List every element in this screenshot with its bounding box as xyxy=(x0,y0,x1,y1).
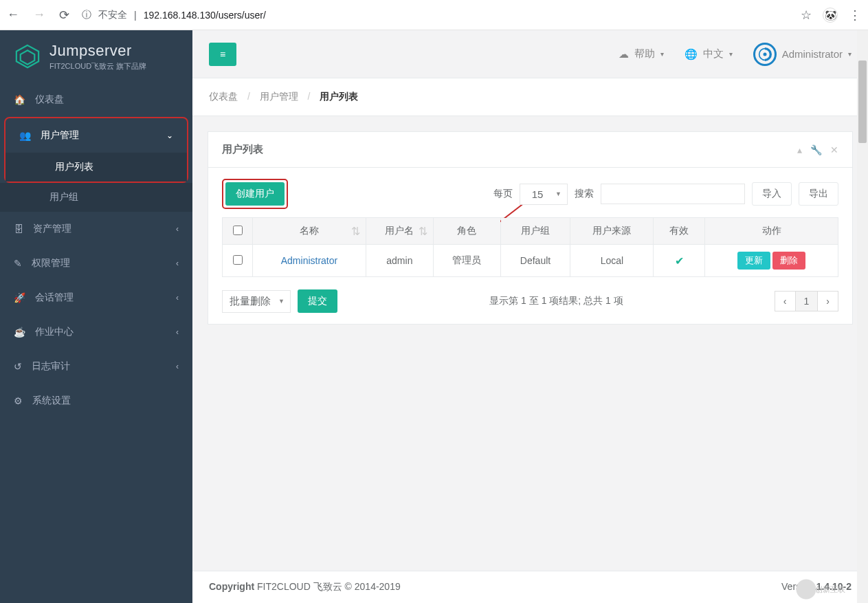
cell-valid: ✔ xyxy=(654,245,705,277)
sidebar-item-label: 权限管理 xyxy=(32,257,70,270)
delete-button[interactable]: 删除 xyxy=(772,252,805,270)
panel-title: 用户列表 xyxy=(222,143,263,156)
copyright-text: FIT2CLOUD 飞致云 © 2014-2019 xyxy=(257,581,401,592)
per-page-label: 每页 xyxy=(493,188,513,200)
sidebar-item-label: 作业中心 xyxy=(35,326,74,338)
reload-icon[interactable]: ⟳ xyxy=(59,8,69,23)
breadcrumb-usermgmt[interactable]: 用户管理 xyxy=(260,91,298,102)
language-link[interactable]: 🌐 中文 ▾ xyxy=(685,47,733,61)
pagination: ‹ 1 › xyxy=(775,291,838,311)
table-row: Administrator admin 管理员 Default Local ✔ … xyxy=(223,245,838,277)
breadcrumb: 仪表盘 / 用户管理 / 用户列表 xyxy=(192,78,868,116)
lang-label: 中文 xyxy=(703,47,724,61)
topbar: ≡ ☁ 帮助 ▾ 🌐 中文 ▾ Administrator xyxy=(192,30,868,78)
breadcrumb-dashboard[interactable]: 仪表盘 xyxy=(209,91,238,102)
sidebar-item-session-mgmt[interactable]: 🚀 会话管理 ‹ xyxy=(0,281,192,315)
url-text[interactable]: 192.168.148.130/users/user/ xyxy=(144,10,266,21)
batch-action-select[interactable]: 批量删除 xyxy=(222,290,291,313)
breadcrumb-sep: / xyxy=(308,91,311,102)
export-button[interactable]: 导出 xyxy=(799,182,838,206)
sidebar-item-label: 仪表盘 xyxy=(35,94,64,106)
wrench-icon[interactable]: 🔧 xyxy=(810,144,822,155)
sidebar-toggle-button[interactable]: ≡ xyxy=(209,43,236,66)
update-button[interactable]: 更新 xyxy=(737,252,770,270)
search-input[interactable] xyxy=(601,184,745,204)
breadcrumb-sep: / xyxy=(247,91,250,102)
per-page-select[interactable]: 15 xyxy=(520,184,568,205)
sidebar-subitem-user-list[interactable]: 用户列表 xyxy=(5,153,187,182)
logo-icon xyxy=(12,41,43,72)
globe-icon: 🌐 xyxy=(685,48,698,61)
user-name-link[interactable]: Administrator xyxy=(281,255,337,266)
chevron-left-icon: ‹ xyxy=(176,293,179,303)
sidebar-item-user-mgmt[interactable]: 👥 用户管理 ⌄ xyxy=(5,118,187,153)
audit-icon: ↺ xyxy=(14,361,22,372)
page-prev[interactable]: ‹ xyxy=(775,291,796,311)
table-info: 显示第 1 至 1 项结果; 总共 1 项 xyxy=(344,295,768,307)
sidebar-subitem-user-group[interactable]: 用户组 xyxy=(0,183,192,212)
user-label: Administrator xyxy=(782,48,843,60)
hamburger-icon: ≡ xyxy=(220,49,225,60)
th-valid: 有效 xyxy=(654,218,705,245)
cell-role: 管理员 xyxy=(433,245,500,277)
collapse-icon[interactable]: ▴ xyxy=(797,144,802,155)
cell-username: admin xyxy=(366,245,433,277)
sidebar-item-label: 用户管理 xyxy=(41,129,79,142)
sidebar: Jumpserver FIT2CLOUD飞致云 旗下品牌 🏠 仪表盘 👥 用户管… xyxy=(0,30,192,603)
sidebar-item-dashboard[interactable]: 🏠 仪表盘 xyxy=(0,83,192,117)
th-name[interactable]: 名称⇅ xyxy=(253,218,366,245)
search-label: 搜索 xyxy=(575,188,594,200)
sidebar-item-audit[interactable]: ↺ 日志审计 ‹ xyxy=(0,349,192,384)
th-action: 动作 xyxy=(705,218,838,245)
menu-icon[interactable]: ⋮ xyxy=(849,8,861,23)
user-table: 名称⇅ 用户名⇅ 角色 用户组 用户来源 有效 动作 xyxy=(222,217,838,277)
select-all-checkbox[interactable] xyxy=(233,226,243,235)
sidebar-item-perm-mgmt[interactable]: ✎ 权限管理 ‹ xyxy=(0,246,192,281)
submit-button[interactable]: 提交 xyxy=(298,289,337,313)
import-button[interactable]: 导入 xyxy=(752,182,792,206)
sidebar-item-settings[interactable]: ⚙ 系统设置 xyxy=(0,384,192,418)
sidebar-item-label: 系统设置 xyxy=(32,395,71,407)
chevron-left-icon: ‹ xyxy=(176,259,179,268)
close-icon[interactable]: ✕ xyxy=(830,144,838,155)
sidebar-item-label: 日志审计 xyxy=(32,360,70,373)
separator: | xyxy=(134,10,137,21)
create-user-button[interactable]: 创建用户 xyxy=(225,182,285,206)
help-link[interactable]: ☁ 帮助 ▾ xyxy=(619,47,664,61)
chevron-left-icon: ‹ xyxy=(176,224,179,234)
th-source: 用户来源 xyxy=(570,218,654,245)
job-icon: ☕ xyxy=(14,327,25,338)
breadcrumb-current: 用户列表 xyxy=(320,91,358,102)
sidebar-item-asset-mgmt[interactable]: 🗄 资产管理 ‹ xyxy=(0,212,192,246)
help-label: 帮助 xyxy=(634,47,655,61)
page-next[interactable]: › xyxy=(817,291,838,311)
main-area: ≡ ☁ 帮助 ▾ 🌐 中文 ▾ Administrator xyxy=(192,30,868,603)
browser-bar: ← → ⟳ ⓘ 不安全 | 192.168.148.130/users/user… xyxy=(0,0,868,30)
svg-point-1 xyxy=(763,52,766,56)
check-icon: ✔ xyxy=(675,255,684,267)
th-username[interactable]: 用户名⇅ xyxy=(366,218,433,245)
sidebar-item-job-center[interactable]: ☕ 作业中心 ‹ xyxy=(0,315,192,349)
page-number[interactable]: 1 xyxy=(795,291,819,311)
forward-icon[interactable]: → xyxy=(33,8,45,23)
brand-subtitle: FIT2CLOUD飞致云 旗下品牌 xyxy=(49,61,146,72)
extension-icon[interactable]: 🐼 xyxy=(823,8,838,23)
th-role: 角色 xyxy=(433,218,500,245)
sidebar-item-label: 资产管理 xyxy=(33,223,71,235)
star-icon[interactable]: ☆ xyxy=(801,8,812,23)
info-icon[interactable]: ⓘ xyxy=(82,9,91,21)
row-checkbox[interactable] xyxy=(233,255,243,265)
caret-down-icon: ▾ xyxy=(729,50,733,58)
create-highlight-annotation: 创建用户 xyxy=(222,179,288,209)
gear-icon: ⚙ xyxy=(14,395,23,406)
help-icon: ☁ xyxy=(619,48,629,61)
asset-icon: 🗄 xyxy=(14,223,23,234)
session-icon: 🚀 xyxy=(14,292,25,303)
watermark: 创新互联 xyxy=(792,575,868,603)
highlight-annotation: 👥 用户管理 ⌄ 用户列表 xyxy=(4,117,188,183)
back-icon[interactable]: ← xyxy=(7,8,19,23)
user-menu[interactable]: Administrator ▾ xyxy=(753,43,852,66)
security-label: 不安全 xyxy=(98,9,127,21)
user-list-panel: 用户列表 ▴ 🔧 ✕ 创建用户 每页 15 xyxy=(208,131,853,325)
sort-icon: ⇅ xyxy=(419,225,427,238)
